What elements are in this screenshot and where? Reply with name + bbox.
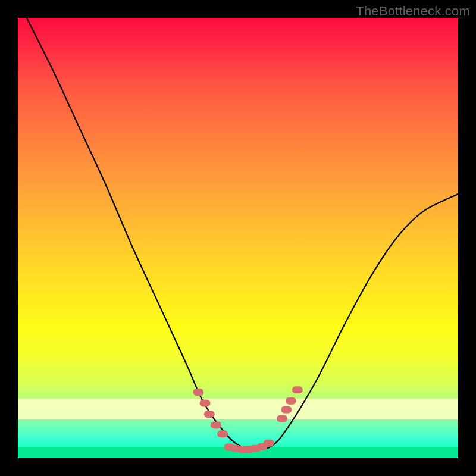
marker-right-cluster	[286, 397, 296, 405]
attribution-label: TheBottleneck.com	[356, 4, 470, 19]
curve-layer	[18, 18, 458, 458]
marker-left-cluster	[193, 389, 203, 396]
chart-stage: TheBottleneck.com	[0, 0, 476, 476]
marker-left-cluster	[200, 400, 211, 407]
plot-area	[18, 18, 458, 458]
marker-valley-floor	[264, 440, 274, 447]
curve-markers	[193, 386, 303, 453]
marker-right-cluster	[292, 386, 303, 393]
marker-left-cluster	[204, 411, 215, 418]
marker-right-cluster	[281, 406, 292, 414]
marker-left-cluster	[217, 430, 228, 437]
marker-left-cluster	[211, 422, 221, 429]
marker-right-cluster	[277, 415, 287, 422]
bottleneck-curve	[27, 18, 458, 449]
